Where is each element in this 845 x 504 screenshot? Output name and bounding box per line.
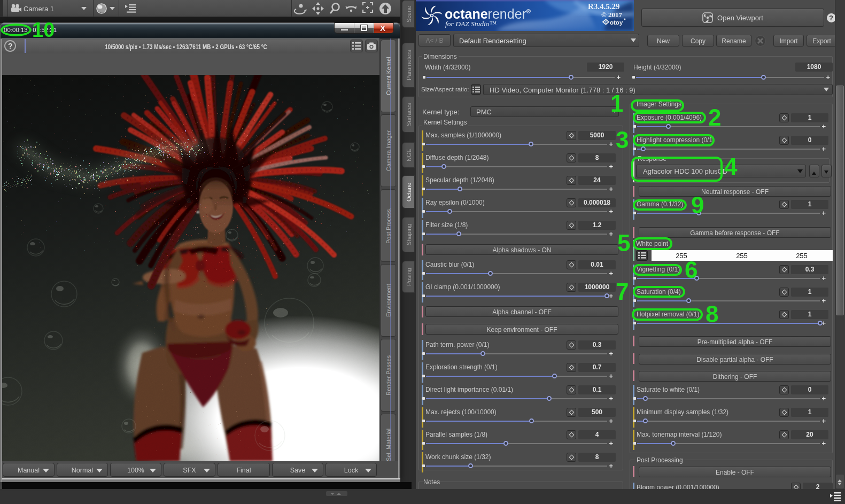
svg-text:otoy: otoy: [610, 19, 623, 26]
svg-text:octanerender®: octanerender®: [445, 6, 531, 21]
svg-text:for DAZ Studio™: for DAZ Studio™: [445, 20, 497, 28]
svg-text:© 2017: © 2017: [601, 11, 622, 19]
svg-text:R3.4.5.29: R3.4.5.29: [588, 2, 620, 11]
